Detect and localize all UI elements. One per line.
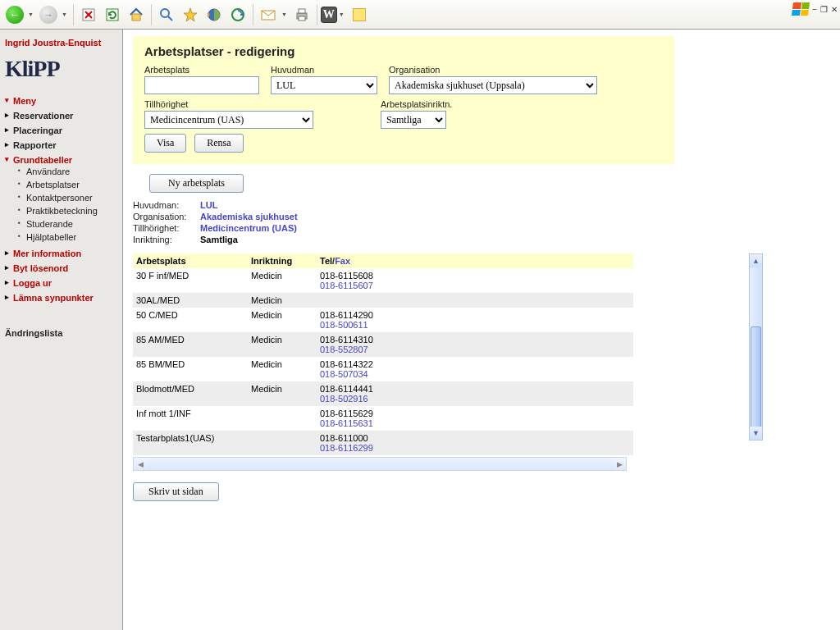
svg-rect-4 [132, 14, 140, 21]
cell-arbetsplats: Testarbplats1(UAS) [133, 431, 248, 455]
nav-arbetsplatser[interactable]: Arbetsplatser [18, 178, 117, 191]
tillhorighet-label: Tillhörighet [144, 99, 313, 109]
scroll-down-icon[interactable]: ▼ [750, 427, 762, 440]
note-button[interactable] [348, 3, 371, 26]
sync-button[interactable] [226, 3, 249, 26]
back-dropdown-icon[interactable]: ▼ [28, 11, 34, 17]
horizontal-scrollbar[interactable]: ◀ ▶ [133, 457, 627, 471]
huvudman-select[interactable]: LUL [271, 76, 377, 94]
nav-studerande[interactable]: Studerande [18, 217, 117, 231]
separator-icon [151, 4, 152, 25]
windows-logo-icon [792, 2, 810, 16]
tillhorighet-select[interactable]: Medicincentrum (UAS) [144, 111, 313, 129]
print-page-button[interactable]: Skriv ut sidan [133, 482, 219, 501]
ny-arbetsplats-button[interactable]: Ny arbetsplats [149, 174, 244, 193]
current-user: Ingrid Joustra-Enquist [5, 38, 117, 48]
print-button[interactable] [290, 3, 313, 26]
col-inriktning: Inriktning [248, 253, 317, 268]
fax-link[interactable]: 018-502916 [320, 394, 382, 404]
separator-icon [253, 4, 253, 25]
info-tillhorighet-lbl: Tillhörighet: [133, 223, 200, 233]
scroll-left-icon[interactable]: ◀ [134, 458, 147, 470]
history-button[interactable] [203, 3, 226, 26]
close-button[interactable]: ✕ [831, 5, 838, 14]
home-button[interactable] [125, 3, 148, 26]
nav-placeringar[interactable]: Placeringar [5, 123, 117, 138]
organisation-select[interactable]: Akademiska sjukhuset (Uppsala) [389, 76, 597, 94]
nav-byt-losenord[interactable]: Byt lösenord [5, 261, 117, 276]
table-row[interactable]: 85 BM/MEDMedicin018-6114322018-507034 [133, 357, 633, 381]
favorites-button[interactable] [179, 3, 202, 26]
fax-link[interactable]: 018-552807 [320, 345, 382, 354]
cell-inriktning: Medicin [248, 332, 317, 357]
word-dropdown-icon[interactable]: ▼ [339, 11, 345, 17]
separator-icon [317, 4, 317, 25]
app-logo: KliPP [5, 56, 117, 82]
svg-line-6 [168, 16, 172, 21]
back-button[interactable]: ← [3, 3, 26, 26]
ie-toolbar: ←▼ →▼ ▼ W▼ [0, 0, 840, 30]
nav-hjalptabeller[interactable]: Hjälptabeller [18, 231, 117, 244]
cell-inriktning: Medicin [248, 268, 317, 293]
fax-link[interactable]: 018-500611 [320, 320, 382, 330]
cell-tel-fax: 018-611000018-6116299 [317, 431, 386, 455]
info-block: Huvudman:LUL Organisation:Akademiska sju… [133, 199, 830, 245]
forward-dropdown-icon[interactable]: ▼ [62, 11, 67, 17]
visa-button[interactable]: Visa [144, 134, 186, 153]
edit-panel: Arbetsplatser - redigering Arbetsplats H… [133, 36, 674, 164]
cell-arbetsplats: 50 C/MED [133, 308, 248, 332]
refresh-button[interactable] [101, 3, 124, 26]
inriktn-select[interactable]: Samtliga [381, 111, 446, 129]
cell-tel-fax: 018-6115629018-6115631 [317, 406, 386, 431]
arbetsplats-input[interactable] [144, 76, 259, 94]
nav-meny[interactable]: Meny [5, 94, 117, 108]
scroll-up-icon[interactable]: ▲ [750, 254, 762, 267]
fax-link[interactable]: 018-6115631 [320, 418, 382, 428]
cell-arbetsplats: 85 AM/MED [133, 332, 248, 357]
fax-link[interactable]: 018-6116299 [320, 443, 382, 453]
nav-praktikbeteckning[interactable]: Praktikbeteckning [18, 204, 117, 217]
table-row[interactable]: Inf mott 1/INF018-6115629018-6115631 [133, 406, 633, 431]
table-row[interactable]: Testarbplats1(UAS)018-611000018-6116299 [133, 431, 633, 455]
word-button[interactable]: W [321, 7, 337, 23]
minimize-button[interactable]: − [812, 5, 817, 14]
forward-button[interactable]: → [37, 3, 60, 26]
table-row[interactable]: 30AL/MEDMedicin [133, 293, 633, 308]
nav-anvandare[interactable]: Användare [18, 165, 117, 178]
nav-logga-ur[interactable]: Logga ur [5, 276, 117, 290]
table-row[interactable]: 85 AM/MEDMedicin018-6114310018-552807 [133, 332, 633, 357]
cell-tel-fax: 018-6114310018-552807 [317, 332, 386, 357]
window-controls: − ❐ ✕ [792, 2, 838, 16]
nav-rapporter[interactable]: Rapporter [5, 138, 117, 153]
fax-header-link[interactable]: Fax [335, 256, 350, 266]
changelog-link[interactable]: Ändringslista [5, 328, 117, 338]
search-button[interactable] [155, 3, 178, 26]
info-organisation-lbl: Organisation: [133, 212, 200, 221]
cell-arbetsplats: Blodmott/MED [133, 381, 248, 406]
stop-button[interactable] [77, 3, 100, 26]
scroll-thumb[interactable] [751, 326, 761, 431]
scroll-right-icon[interactable]: ▶ [613, 458, 626, 470]
mail-button[interactable] [257, 3, 280, 26]
fax-link[interactable]: 018-6115607 [320, 281, 382, 290]
restore-button[interactable]: ❐ [820, 5, 828, 14]
vertical-scrollbar[interactable]: ▲ ▼ [749, 253, 763, 441]
cell-arbetsplats: 30AL/MED [133, 293, 248, 308]
fax-link[interactable]: 018-507034 [320, 369, 382, 379]
info-organisation-val: Akademiska sjukhuset [200, 212, 298, 221]
nav-kontaktpersoner[interactable]: Kontaktpersoner [18, 191, 117, 204]
mail-dropdown-icon[interactable]: ▼ [281, 11, 287, 17]
separator-icon [73, 4, 74, 25]
nav-mer-information[interactable]: Mer information [5, 246, 117, 261]
table-row[interactable]: 50 C/MEDMedicin018-6114290018-500611 [133, 308, 633, 332]
cell-inriktning [248, 431, 317, 455]
table-row[interactable]: 30 F inf/MEDMedicin018-6115608018-611560… [133, 268, 633, 293]
info-huvudman-val: LUL [200, 200, 217, 210]
rensa-button[interactable]: Rensa [194, 134, 243, 153]
nav-grundtabeller[interactable]: Grundtabeller Användare Arbetsplatser Ko… [5, 153, 117, 246]
nav-lamna-synpunkter[interactable]: Lämna synpunkter [5, 290, 117, 305]
cell-arbetsplats: 30 F inf/MED [133, 268, 248, 293]
table-row[interactable]: Blodmott/MEDMedicin018-6114441018-502916 [133, 381, 633, 406]
cell-tel-fax: 018-6115608018-6115607 [317, 268, 386, 293]
nav-reservationer[interactable]: Reservationer [5, 108, 117, 123]
